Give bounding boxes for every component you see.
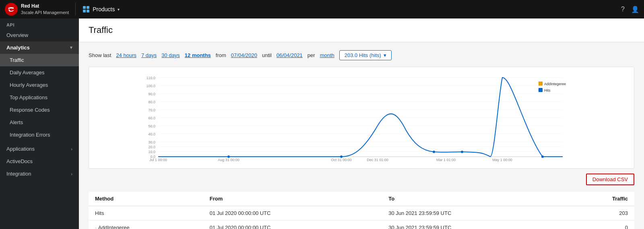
datapoint <box>461 151 463 153</box>
help-icon[interactable]: ? <box>621 6 625 13</box>
activedocs-label: ActiveDocs <box>6 158 33 164</box>
redhat-logo-icon <box>5 3 18 16</box>
metric-selector[interactable]: 203.0 Hits (hits) ▾ <box>339 50 392 60</box>
hits-line <box>158 78 563 157</box>
sidebar-item-overview[interactable]: Overview <box>0 29 79 41</box>
sidebar-item-response-codes[interactable]: Response Codes <box>0 104 79 116</box>
svg-text:AddIntegeree: AddIntegeree <box>544 82 566 86</box>
download-area: Download CSV <box>89 174 634 185</box>
svg-text:50.0: 50.0 <box>148 124 155 128</box>
api-section-label: API <box>0 18 79 29</box>
show-last-label: Show last <box>89 52 111 58</box>
filter-24h[interactable]: 24 hours <box>116 52 136 58</box>
filter-7d[interactable]: 7 days <box>141 52 157 58</box>
svg-text:May 1 00:00: May 1 00:00 <box>492 158 512 162</box>
from-label: from <box>216 52 226 58</box>
to-addintegeree: 30 Jun 2021 23:59:59 UTC <box>382 221 565 229</box>
user-icon[interactable]: 👤 <box>631 6 639 13</box>
from-date[interactable]: 07/04/2020 <box>231 52 257 58</box>
hourly-averages-label: Hourly Averages <box>10 82 48 88</box>
metric-dropdown-icon: ▾ <box>384 52 386 58</box>
filter-30d[interactable]: 30 days <box>161 52 180 58</box>
traffic-label: Traffic <box>10 57 24 63</box>
svg-text:Jul 1 00:00: Jul 1 00:00 <box>149 158 167 162</box>
svg-text:20.0: 20.0 <box>148 145 155 149</box>
per-value[interactable]: month <box>320 52 334 58</box>
svg-text:40.0: 40.0 <box>148 132 155 136</box>
method-addintegeree: ·AddIntegeree <box>89 221 203 229</box>
svg-rect-38 <box>539 88 543 92</box>
per-label: per <box>308 52 315 58</box>
y-axis: 110.0 100.0 90.0 80.0 70.0 60.0 50.0 40.… <box>146 76 155 159</box>
grid-icon <box>82 5 90 13</box>
sidebar-item-activedocs[interactable]: ActiveDocs <box>0 155 79 168</box>
method-hits: Hits <box>89 206 203 221</box>
sidebar-item-integration[interactable]: Integration › <box>0 168 79 180</box>
svg-text:70.0: 70.0 <box>148 108 155 112</box>
svg-text:Aug 31 00:00: Aug 31 00:00 <box>218 158 239 162</box>
filter-12m[interactable]: 12 months <box>185 52 211 58</box>
sidebar-item-alerts[interactable]: Alerts <box>0 116 79 129</box>
datapoint <box>541 155 544 158</box>
download-csv-button[interactable]: Download CSV <box>586 174 634 185</box>
datapoint <box>433 151 435 153</box>
brand-logo-area: Red Hat 3scale API Management <box>5 3 76 16</box>
top-navigation: Red Hat 3scale API Management Products ▾… <box>0 0 644 18</box>
chart-container: 110.0 100.0 90.0 80.0 70.0 60.0 50.0 40.… <box>89 67 634 169</box>
applications-chevron-icon: › <box>71 147 72 151</box>
sub-indicator-icon: · <box>95 225 97 229</box>
svg-rect-2 <box>87 6 89 9</box>
svg-rect-1 <box>83 6 86 9</box>
sidebar-item-top-applications[interactable]: Top Applications <box>0 91 79 104</box>
top-applications-label: Top Applications <box>10 94 47 100</box>
metric-label: 203.0 Hits (hits) <box>345 52 381 58</box>
sidebar-item-hourly-averages[interactable]: Hourly Averages <box>0 79 79 91</box>
nav-right-icons: ? 👤 <box>621 6 639 13</box>
svg-rect-4 <box>87 10 89 12</box>
sidebar-item-daily-averages[interactable]: Daily Averages <box>0 66 79 79</box>
svg-text:10.0: 10.0 <box>148 150 155 154</box>
svg-text:Mar 1 01:00: Mar 1 01:00 <box>436 158 456 162</box>
brand-text: Red Hat 3scale API Management <box>21 3 69 15</box>
analytics-chevron-icon: ▾ <box>70 45 72 50</box>
table-row: ·AddIntegeree 01 Jul 2020 00:00:00 UTC 3… <box>89 221 634 229</box>
svg-point-0 <box>5 3 18 16</box>
products-label: Products <box>93 6 115 12</box>
alerts-label: Alerts <box>10 119 23 125</box>
svg-rect-3 <box>83 10 86 12</box>
daily-averages-label: Daily Averages <box>10 70 44 76</box>
col-traffic: Traffic <box>565 192 634 206</box>
svg-text:Oct 31 00:00: Oct 31 00:00 <box>331 158 352 162</box>
page-header: Traffic <box>79 18 644 42</box>
until-date[interactable]: 06/04/2021 <box>277 52 303 58</box>
x-axis: Jul 1 00:00 Aug 31 00:00 Oct 31 00:00 De… <box>149 158 512 162</box>
from-addintegeree: 01 Jul 2020 00:00:00 UTC <box>203 221 382 229</box>
page-title: Traffic <box>89 25 634 35</box>
to-hits: 30 Jun 2021 23:59:59 UTC <box>382 206 565 221</box>
applications-label: Applications <box>6 146 35 152</box>
products-menu-button[interactable]: Products ▾ <box>82 5 119 13</box>
chart-wrap: 110.0 100.0 90.0 80.0 70.0 60.0 50.0 40.… <box>95 74 627 162</box>
integration-errors-label: Integration Errors <box>10 132 50 138</box>
products-chevron-icon: ▾ <box>118 7 120 12</box>
svg-rect-36 <box>539 82 543 86</box>
svg-text:60.0: 60.0 <box>148 116 155 120</box>
svg-text:Dec 31 01:00: Dec 31 01:00 <box>367 158 388 162</box>
svg-text:90.0: 90.0 <box>148 92 155 96</box>
filter-bar: Show last 24 hours 7 days 30 days 12 mon… <box>89 50 634 60</box>
chart-legend: AddIntegeree Hits <box>539 82 566 92</box>
col-from: From <box>203 192 382 206</box>
sidebar-item-traffic[interactable]: Traffic <box>0 54 79 66</box>
integration-chevron-icon: › <box>71 172 72 176</box>
sidebar-analytics-header[interactable]: Analytics ▾ <box>0 41 79 54</box>
svg-text:100.0: 100.0 <box>146 84 155 88</box>
sidebar-item-applications[interactable]: Applications › <box>0 143 79 155</box>
table-row: Hits 01 Jul 2020 00:00:00 UTC 30 Jun 202… <box>89 206 634 221</box>
traffic-addintegeree: 0 <box>565 221 634 229</box>
col-to: To <box>382 192 565 206</box>
sidebar-item-integration-errors[interactable]: Integration Errors <box>0 129 79 141</box>
grid-lines <box>158 78 563 157</box>
col-method: Method <box>89 192 203 206</box>
page-body: Show last 24 hours 7 days 30 days 12 mon… <box>79 42 644 229</box>
traffic-chart: 110.0 100.0 90.0 80.0 70.0 60.0 50.0 40.… <box>95 74 627 162</box>
